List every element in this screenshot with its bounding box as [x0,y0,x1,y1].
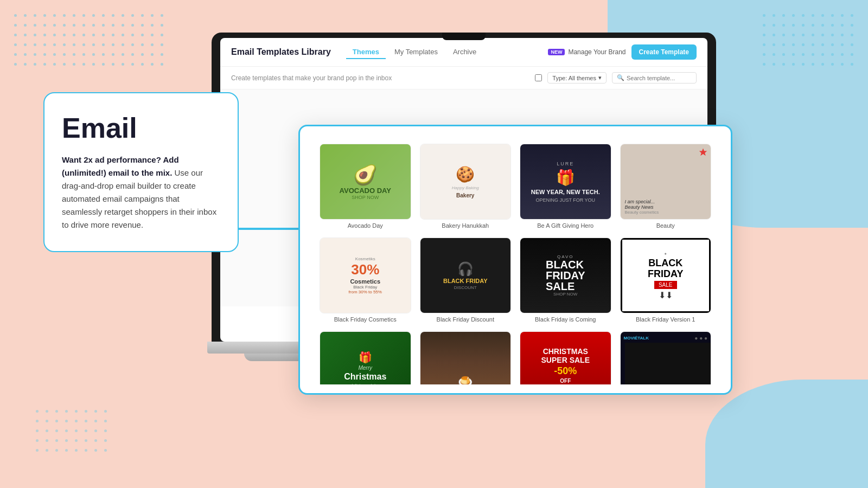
tmpl-gift: LURE 🎁 NEW YEAR, NEW TECH. OPENING JUST … [520,144,611,219]
tmpl-cinema: MOVIÉTALK ● ● ● I'm a new Text Blockread… [621,332,711,384]
template-card-beauty[interactable]: I am special...Beauty News Beauty cosmet… [620,144,712,229]
cosmetics-type: Cosmetics [350,278,380,285]
template-thumb-giftguide: 🍮 WELCOME TO THE GIFT GUIDE [420,331,512,384]
template-name-bfd: Black Friday Discount [420,316,512,323]
manage-brand-label: Manage Your Brand [568,48,626,56]
bfd-title: BLACK FRIDAY [443,278,488,284]
template-name-bfv1: Black Friday Version 1 [620,316,712,323]
connector-line [239,228,304,230]
cinema-bg-dark [625,343,712,384]
chevron-down-icon: ▾ [598,74,602,81]
tmpl-bfc: QAVO BLACKFRIDAYSALE SHOP NOW [520,238,611,313]
search-icon: 🔍 [617,74,624,81]
template-overlay: 🥑 AVOCADO DAY SHOP NOW Avocado Day 🍪 Hap… [298,125,732,395]
new-badge: NEW [548,49,565,55]
template-card-gift[interactable]: LURE 🎁 NEW YEAR, NEW TECH. OPENING JUST … [520,144,611,229]
tmpl-beauty: I am special...Beauty News Beauty cosmet… [621,144,711,219]
gift-subtitle: OPENING JUST FOR YOU [535,197,595,203]
tmpl-xmas: 🎁 Merry Christmas delicious plates [320,332,411,384]
template-card-bfd[interactable]: 🎧 BLACK FRIDAY DISCOUNT Black Friday Dis… [420,237,512,323]
cosmetics-brand: Kosmetiks [355,256,375,261]
xmas-gift-icon: 🎁 [359,351,372,364]
template-name-bakery: Bakery Hanukkah [420,222,512,229]
template-thumb-beauty: I am special...Beauty News Beauty cosmet… [620,144,712,220]
template-card-giftguide[interactable]: 🍮 WELCOME TO THE GIFT GUIDE Christmas Gi… [420,331,512,384]
app-subheader: Create templates that make your brand po… [220,67,707,89]
laptop-notch [442,33,486,40]
template-thumb-avocado: 🥑 AVOCADO DAY SHOP NOW [320,144,411,220]
search-box: 🔍 [612,72,697,84]
tmpl-bfd: 🎧 BLACK FRIDAY DISCOUNT [420,238,511,313]
gift-eyebrow: LURE [557,161,574,166]
filter-label: Type: All themes [552,75,596,81]
template-card-xmassale[interactable]: CHRISTMASSuper Sale -50% OFF SHOP NOW Ch… [520,331,611,384]
template-name-avocado: Avocado Day [320,222,411,229]
template-thumb-bfd: 🎧 BLACK FRIDAY DISCOUNT [420,237,512,313]
beauty-sub: Beauty cosmetics [625,210,707,215]
tmpl-avocado: 🥑 AVOCADO DAY SHOP NOW [320,144,411,219]
template-card-bfv1[interactable]: ⬥ BLACKFRIDAY SALE ⬇⬇ Black Friday Versi… [620,237,712,323]
bfd-headphones-icon: 🎧 [457,261,474,277]
template-name-cosmetics: Black Friday Cosmetics [320,316,411,323]
xmassale-title: CHRISTMASSuper Sale [541,348,590,364]
xmas-christmas: Christmas [344,372,386,382]
bakery-icon: 🍪 [456,165,475,183]
create-template-button[interactable]: Create Template [631,44,697,60]
filter-search: Type: All themes ▾ 🔍 [535,72,697,84]
tab-my-templates[interactable]: My Templates [388,46,444,59]
filter-checkbox[interactable] [535,74,542,81]
cosmetics-desc: Black Friday [353,285,377,290]
bakery-title: Bakery [456,192,474,198]
beauty-star-icon [699,147,707,158]
app-title: Email Templates Library [231,47,331,57]
avocado-tagline: SHOP NOW [352,195,379,200]
bfv1-arrows: ⬇⬇ [659,290,673,300]
template-thumb-bakery: 🍪 Happy Baking Bakery [420,144,512,220]
xmassale-off: OFF [560,378,571,384]
app-subtitle: Create templates that make your brand po… [231,74,392,82]
gift-title: NEW YEAR, NEW TECH. [531,189,600,195]
template-name-beauty: Beauty [620,222,712,229]
template-name-gift: Be A Gift Giving Hero [520,222,611,229]
template-card-avocado[interactable]: 🥑 AVOCADO DAY SHOP NOW Avocado Day [320,144,411,229]
template-thumb-cosmetics: Kosmetiks 30% Cosmetics Black Friday fro… [320,237,411,313]
dot-grid-top-left: for(let i=0;i<96;i++){ document.currentS… [11,11,167,69]
info-card: Email Want 2x ad performance? Add (unlim… [43,92,239,252]
info-card-body: Want 2x ad performance? Add (unlimited!)… [62,153,220,232]
app-header: Email Templates Library Themes My Templa… [220,38,707,67]
tab-archive[interactable]: Archive [446,46,483,59]
bfd-subtitle: DISCOUNT [454,285,477,290]
tmpl-xmassale: CHRISTMASSuper Sale -50% OFF SHOP NOW [520,332,611,384]
tab-themes[interactable]: Themes [346,46,386,59]
svg-marker-0 [699,149,707,156]
filter-dropdown[interactable]: Type: All themes ▾ [547,72,607,84]
manage-brand-button[interactable]: NEW Manage Your Brand [548,48,626,56]
template-card-bfc[interactable]: QAVO BLACKFRIDAYSALE SHOP NOW Black Frid… [520,237,611,323]
search-input[interactable] [627,75,692,81]
cinema-dots: ● ● ● [694,335,707,341]
template-card-xmas[interactable]: 🎁 Merry Christmas delicious plates Chris… [320,331,411,384]
bakery-script: Happy Baking [452,185,479,190]
dot-grid-top-right: for(let i=0;i<60;i++){ document.currentS… [760,11,857,69]
template-thumb-cinema: MOVIÉTALK ● ● ● I'm a new Text Blockread… [620,331,712,384]
template-thumb-xmas: 🎁 Merry Christmas delicious plates [320,331,411,384]
template-card-cinema[interactable]: MOVIÉTALK ● ● ● I'm a new Text Blockread… [620,331,712,384]
template-grid: 🥑 AVOCADO DAY SHOP NOW Avocado Day 🍪 Hap… [309,135,722,384]
bfc-big: BLACKFRIDAYSALE [546,259,585,292]
filter-checkbox-label [535,74,542,81]
cosmetics-range: from 30% to 55% [349,290,382,294]
bfv1-eyebrow: ⬥ [664,251,667,256]
dot-grid-bottom-left: for(let i=0;i<40;i++){ document.currentS… [33,407,111,455]
app-tabs: Themes My Templates Archive [346,46,483,59]
template-card-bakery[interactable]: 🍪 Happy Baking Bakery Bakery Hanukkah [420,144,512,229]
giftguide-food-icon: 🍮 [458,375,473,384]
cinema-brand: MOVIÉTALK [624,336,649,341]
xmassale-pct: -50% [554,365,577,377]
xmas-merry: Merry [358,365,372,371]
template-name-bfc: Black Friday is Coming [520,316,611,323]
template-thumb-xmassale: CHRISTMASSuper Sale -50% OFF SHOP NOW [520,331,611,384]
template-thumb-bfc: QAVO BLACKFRIDAYSALE SHOP NOW [520,237,611,313]
avocado-day-text: AVOCADO DAY [340,187,391,195]
template-card-cosmetics[interactable]: Kosmetiks 30% Cosmetics Black Friday fro… [320,237,411,323]
xmas-tagline: delicious plates [350,383,380,384]
